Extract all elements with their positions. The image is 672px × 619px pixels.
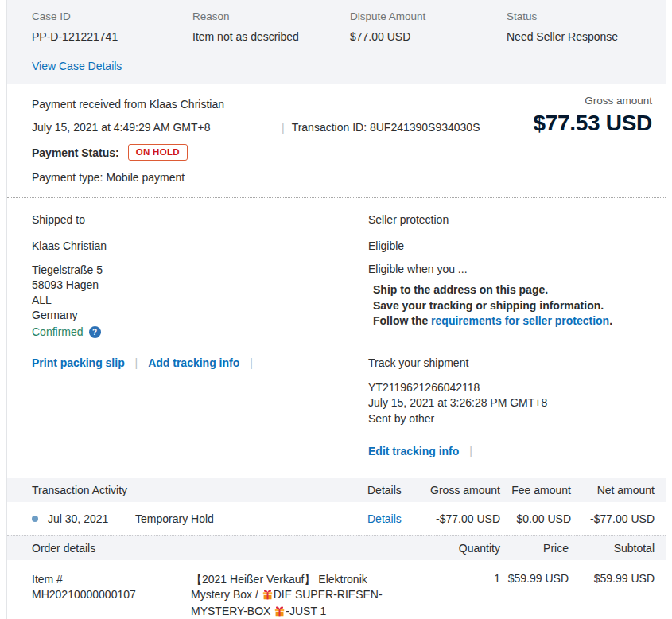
col-details: Details bbox=[367, 484, 429, 496]
order-item-row: Item # MH20210000000107 【2021 Heißer Ver… bbox=[7, 560, 666, 619]
view-case-details-link[interactable]: View Case Details bbox=[32, 60, 122, 72]
add-tracking-info-link[interactable]: Add tracking info bbox=[148, 356, 239, 369]
tracking-info: YT2119621266042118 July 15, 2021 at 3:26… bbox=[368, 380, 655, 427]
requirement-line: Save your tracking or shipping informati… bbox=[373, 298, 655, 314]
follow-prefix: Follow the bbox=[373, 314, 431, 327]
status-dot-icon bbox=[32, 516, 38, 522]
edit-tracking-info-link[interactable]: Edit tracking info bbox=[368, 445, 459, 457]
status-value: Need Seller Response bbox=[507, 30, 655, 43]
payment-status-line: Payment Status: ON HOLD bbox=[32, 144, 655, 161]
item-desc-text: -JUST 1 bbox=[286, 605, 326, 617]
dispute-amount-label: Dispute Amount bbox=[350, 10, 507, 22]
item-label: Item # bbox=[32, 572, 191, 587]
transaction-id: Transaction ID: 8UF241390S934030S bbox=[292, 121, 480, 134]
activity-fee: $0.00 USD bbox=[500, 512, 571, 525]
protection-requirements: Ship to the address on this page. Save y… bbox=[373, 282, 655, 329]
activity-gross: -$77.00 USD bbox=[429, 512, 500, 525]
tracking-actions: Edit tracking info | bbox=[368, 445, 655, 457]
gift-icon bbox=[274, 605, 285, 619]
item-number-cell: Item # MH20210000000107 bbox=[32, 572, 191, 602]
requirements-link[interactable]: requirements for seller protection bbox=[431, 314, 609, 327]
track-shipment-title: Track your shipment bbox=[368, 356, 655, 369]
gross-amount-block: Gross amount $77.53 USD bbox=[533, 95, 652, 136]
item-description: 【2021 Heißer Verkauf】 Elektronik Mystery… bbox=[191, 572, 415, 619]
confirmed-status: Confirmed bbox=[32, 325, 84, 340]
activity-date: Jul 30, 2021 bbox=[48, 512, 135, 525]
gross-amount-label: Gross amount bbox=[533, 95, 652, 107]
tracking-number: YT2119621266042118 bbox=[368, 380, 655, 396]
help-icon[interactable]: ? bbox=[89, 326, 101, 338]
reason-label: Reason bbox=[192, 10, 350, 22]
activity-details-link[interactable]: Details bbox=[367, 512, 402, 525]
case-id-label: Case ID bbox=[32, 10, 192, 22]
gross-amount-value: $77.53 USD bbox=[533, 111, 652, 136]
address-line: 58093 Hagen bbox=[32, 278, 368, 293]
col-subtotal: Subtotal bbox=[569, 542, 655, 555]
case-field-reason: Reason Item not as described bbox=[192, 10, 350, 43]
transaction-activity-title: Transaction Activity bbox=[32, 484, 367, 496]
dispute-amount-value: $77.00 USD bbox=[350, 30, 507, 43]
case-field-caseid: Case ID PP-D-121221741 bbox=[32, 10, 192, 43]
item-price: $59.99 USD bbox=[500, 572, 569, 585]
shipping-protection-section: Shipped to Klaas Christian Tiegelstraße … bbox=[7, 198, 666, 478]
case-field-dispute-amount: Dispute Amount $77.00 USD bbox=[350, 10, 507, 43]
transaction-detail-page: Case ID PP-D-121221741 Reason Item not a… bbox=[6, 0, 666, 619]
eligible-when-label: Eligible when you ... bbox=[368, 263, 655, 275]
follow-suffix: . bbox=[609, 314, 612, 327]
item-number: MH20210000000107 bbox=[32, 587, 191, 602]
payment-date: July 15, 2021 at 4:49:29 AM GMT+8 bbox=[32, 121, 274, 134]
payment-type-line: Payment type: Mobile payment bbox=[32, 171, 655, 184]
item-subtotal: $59.99 USD bbox=[569, 572, 655, 585]
col-fee-amount: Fee amount bbox=[500, 484, 571, 496]
requirement-line: Ship to the address on this page. bbox=[373, 282, 655, 298]
col-price: Price bbox=[500, 542, 569, 555]
case-summary-banner: Case ID PP-D-121221741 Reason Item not a… bbox=[7, 0, 666, 84]
order-details-header: Order details Quantity Price Subtotal bbox=[7, 535, 666, 560]
separator: | bbox=[135, 356, 138, 369]
shipped-to-title: Shipped to bbox=[32, 213, 368, 226]
protection-status: Eligible bbox=[368, 239, 655, 252]
address-line: Germany bbox=[32, 308, 368, 323]
reason-value: Item not as described bbox=[192, 30, 350, 43]
shipping-address: Tiegelstraße 5 58093 Hagen ALL Germany C… bbox=[32, 263, 368, 340]
col-gross-amount: Gross amount bbox=[429, 484, 500, 496]
case-fields: Case ID PP-D-121221741 Reason Item not a… bbox=[32, 10, 655, 43]
requirement-line-follow: Follow the requirements for seller prote… bbox=[373, 313, 655, 329]
activity-net: -$77.00 USD bbox=[571, 512, 655, 525]
payment-status-label: Payment Status: bbox=[32, 146, 119, 159]
col-quantity: Quantity bbox=[415, 542, 500, 555]
recipient-name: Klaas Christian bbox=[32, 239, 368, 252]
transaction-activity-row: Jul 30, 2021 Temporary Hold Details -$77… bbox=[7, 502, 666, 535]
address-line: Tiegelstraße 5 bbox=[32, 263, 368, 278]
seller-protection-title: Seller protection bbox=[368, 213, 655, 226]
print-packing-slip-link[interactable]: Print packing slip bbox=[32, 356, 125, 369]
shipping-actions: Print packing slip | Add tracking info | bbox=[32, 356, 368, 369]
shipped-to-column: Shipped to Klaas Christian Tiegelstraße … bbox=[32, 213, 368, 457]
separator: | bbox=[282, 121, 285, 134]
case-field-status: Status Need Seller Response bbox=[507, 10, 655, 43]
activity-row-left: Jul 30, 2021 Temporary Hold bbox=[32, 512, 367, 525]
address-confirmed-row: Confirmed ? bbox=[32, 325, 368, 340]
activity-type: Temporary Hold bbox=[135, 512, 214, 525]
address-line: ALL bbox=[32, 293, 368, 308]
on-hold-badge: ON HOLD bbox=[128, 144, 188, 161]
separator: | bbox=[469, 445, 472, 457]
payment-summary-section: Payment received from Klaas Christian Ju… bbox=[7, 84, 666, 198]
status-label: Status bbox=[507, 10, 655, 22]
seller-protection-column: Seller protection Eligible Eligible when… bbox=[368, 213, 655, 457]
separator: | bbox=[250, 356, 253, 369]
tracking-date: July 15, 2021 at 3:26:28 PM GMT+8 bbox=[368, 395, 655, 411]
case-id-value: PP-D-121221741 bbox=[32, 30, 192, 43]
transaction-activity-header: Transaction Activity Details Gross amoun… bbox=[7, 478, 666, 502]
item-quantity: 1 bbox=[415, 572, 500, 585]
order-details-title: Order details bbox=[32, 542, 415, 555]
gift-icon bbox=[262, 589, 273, 604]
tracking-carrier: Sent by other bbox=[368, 411, 655, 427]
col-net-amount: Net amount bbox=[571, 484, 655, 496]
